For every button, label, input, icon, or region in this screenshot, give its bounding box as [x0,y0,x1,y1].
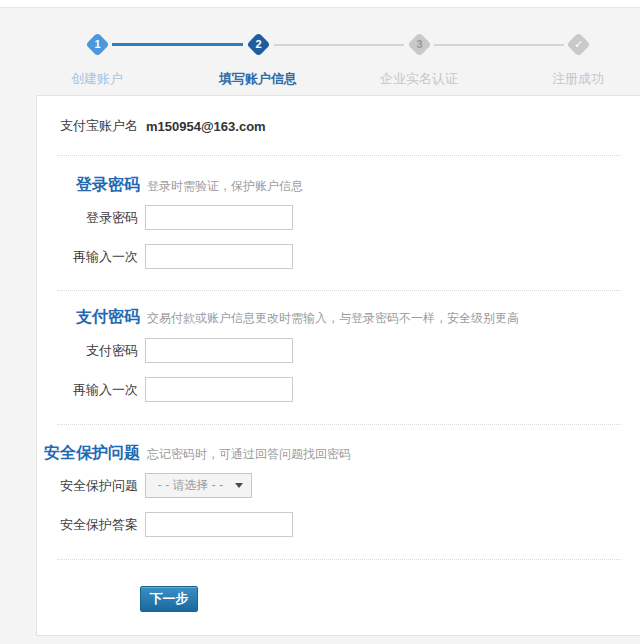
account-name-value: m150954@163.com [146,119,266,134]
step-3-diamond-icon: 3 [407,32,431,56]
step-register-success: ✓ 注册成功 [517,33,639,88]
registration-stepper: 1 创建账户 2 填写账户信息 3 企业实名认证 ✓ 注册成功 [0,9,640,91]
step-4-check-icon: ✓ [570,36,587,53]
pay-password-label: 支付密码 [37,342,138,360]
top-strip [0,0,640,8]
login-password-label: 登录密码 [37,209,138,227]
pay-password-confirm-row: 再输入一次 [37,377,640,402]
security-question-selected-value: - - 请选择 - - [146,477,235,494]
security-question-section-hint: 忘记密码时，可通过回答问题找回密码 [147,446,351,463]
step-2-label: 填写账户信息 [197,70,319,88]
login-password-section-hint: 登录时需验证，保护账户信息 [147,178,303,195]
security-question-row: 安全保护问题 - - 请选择 - - [37,473,640,498]
step-1-number: 1 [89,36,106,53]
section-divider [57,290,621,291]
security-question-label: 安全保护问题 [37,477,138,495]
step-4-diamond-icon: ✓ [566,32,590,56]
login-password-section-header: 登录密码 登录时需验证，保护账户信息 [37,175,640,196]
security-answer-input[interactable] [145,512,293,537]
login-password-confirm-row: 再输入一次 [37,244,640,269]
section-divider [57,155,621,156]
account-name-row: 支付宝账户名 m150954@163.com [37,117,640,135]
pay-password-row: 支付密码 [37,338,640,363]
step-2-number: 2 [250,36,267,53]
step-1-diamond-icon: 1 [85,32,109,56]
security-question-select[interactable]: - - 请选择 - - [145,473,252,498]
login-password-section-title: 登录密码 [37,175,140,196]
security-question-section-title: 安全保护问题 [37,443,140,464]
step-3-number: 3 [411,36,428,53]
login-password-confirm-input[interactable] [145,244,293,269]
pay-password-input[interactable] [145,338,293,363]
section-divider [57,559,621,560]
next-step-button[interactable]: 下一步 [140,586,198,612]
login-password-input[interactable] [145,205,293,230]
section-divider [57,424,621,425]
step-3-label: 企业实名认证 [358,70,480,88]
pay-password-section-header: 支付密码 交易付款或账户信息更改时需输入，与登录密码不一样，安全级别更高 [37,307,640,328]
step-fill-account-info: 2 填写账户信息 [197,33,319,88]
security-answer-label: 安全保护答案 [37,516,138,534]
pay-password-confirm-input[interactable] [145,377,293,402]
security-question-section-header: 安全保护问题 忘记密码时，可通过回答问题找回密码 [37,443,640,464]
step-2-diamond-icon: 2 [246,32,270,56]
pay-password-section-hint: 交易付款或账户信息更改时需输入，与登录密码不一样，安全级别更高 [147,310,519,327]
security-answer-row: 安全保护答案 [37,512,640,537]
step-1-label: 创建账户 [36,70,158,88]
account-name-label: 支付宝账户名 [37,117,138,135]
chevron-down-icon [235,483,243,488]
step-enterprise-verification: 3 企业实名认证 [358,33,480,88]
step-create-account: 1 创建账户 [36,33,158,88]
pay-password-section-title: 支付密码 [37,307,140,328]
login-password-confirm-label: 再输入一次 [37,248,138,266]
login-password-row: 登录密码 [37,205,640,230]
form-panel: 支付宝账户名 m150954@163.com 登录密码 登录时需验证，保护账户信… [36,95,640,636]
pay-password-confirm-label: 再输入一次 [37,381,138,399]
button-row: 下一步 [37,586,640,612]
step-4-label: 注册成功 [517,70,639,88]
